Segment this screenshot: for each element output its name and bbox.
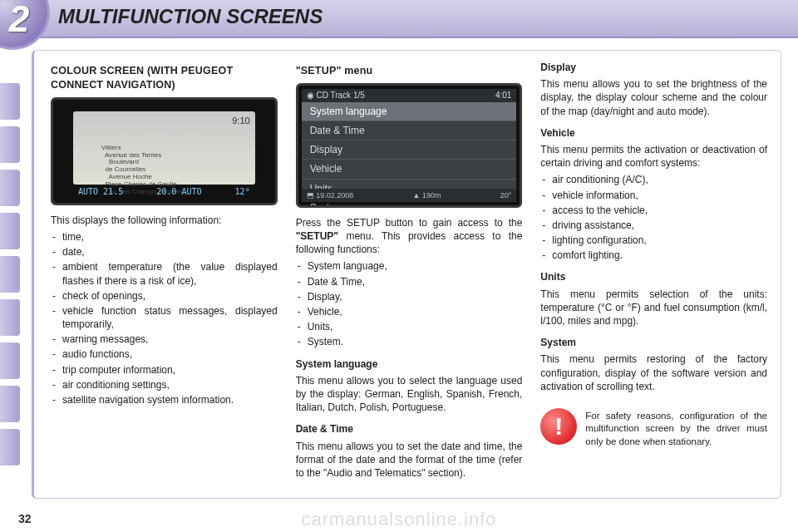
section-title-setup-menu: "SETUP" menu [296,64,523,78]
list-item: Vehicle, [296,305,523,318]
nav-clock: 9:10 [232,115,249,127]
list-item: Date & Time, [296,275,523,288]
setup-menu-item: Vehicle [302,160,517,179]
setup-topbar: ◉ CD Track 1/5 4:01 [302,89,517,102]
list-item: lighting configuration, [540,234,767,247]
col2-intro: Press the SETUP button to gain access to… [296,216,523,257]
list-item: access to the vehicle, [540,204,767,217]
setup-top-right: 4:01 [495,90,511,101]
text: Press the SETUP button to gain access to… [296,217,523,229]
column-1: COLOUR SCREEN (WITH PEUGEOT CONNECT NAVI… [51,61,278,488]
setup-top-left: ◉ CD Track 1/5 [307,90,365,101]
vehicle-body: This menu permits the activation or deac… [540,143,767,170]
side-tab [0,386,20,422]
warning-box: For safety reasons, configuration of the… [540,408,767,449]
subheading-system-language: System language [296,357,523,371]
warning-text: For safety reasons, configuration of the… [585,408,767,449]
subheading-units: Units [540,270,767,283]
setup-screenshot: ◉ CD Track 1/5 4:01 System language Date… [296,83,523,208]
subheading-date-time: Date & Time [296,422,523,436]
list-item: System language, [296,259,523,273]
list-item: vehicle information, [540,189,767,202]
list-item: trip computer information, [51,363,278,377]
subheading-system: System [540,336,767,349]
list-item: air conditioning (A/C), [540,173,767,186]
setup-bot-left: ⬒ 19.02.2008 [307,190,354,200]
list-item: air conditioning settings, [51,378,278,392]
setup-menu-item: System language [302,102,517,121]
column-2: "SETUP" menu ◉ CD Track 1/5 4:01 System … [296,61,523,488]
list-item: check of openings, [51,289,278,303]
nav-status-bar: AUTO 21.5 20.0 AUTO 12° [73,186,255,200]
list-item: driving assistance, [540,219,767,232]
nav-screen: 9:10 Villiers Avenue des Ternes Boulevar… [73,111,255,185]
subheading-display: Display [540,61,767,74]
setup-menu-item: Display [302,140,517,160]
nav-status-left: AUTO 21.5 [78,186,123,200]
list-item: Display, [296,290,523,303]
column-3: Display This menu allows you to set the … [540,61,767,488]
list-item: date, [51,245,278,259]
warning-icon [540,408,577,445]
col1-list: time, date, ambient temperature (the val… [51,230,278,406]
setup-menu-item: Date & Time [302,121,517,140]
setup-bot-mid: ▲ 190m [413,190,441,200]
chapter-number: 2 [9,0,29,40]
side-tab [0,126,20,163]
col1-intro: This displays the following information: [51,214,278,227]
setup-botbar: ⬒ 19.02.2008 ▲ 190m 20° [302,189,517,202]
setup-screen: ◉ CD Track 1/5 4:01 System language Date… [302,89,517,202]
side-tab [0,170,20,206]
list-item: comfort lighting. [540,249,767,262]
nav-screenshot: 9:10 Villiers Avenue des Ternes Boulevar… [51,97,278,205]
chapter-title: MULTIFUNCTION SCREENS [58,5,323,28]
chapter-number-badge: 2 [0,0,50,50]
side-tab [0,256,20,293]
date-time-body: This menu allows you to set the date and… [296,440,523,480]
col2-list: System language, Date & Time, Display, V… [296,259,523,348]
list-item: System. [296,335,523,348]
subheading-vehicle: Vehicle [540,126,767,140]
side-tab [0,342,20,379]
setup-bold: "SETUP" [296,230,338,242]
units-body: This menu permits selection of the units… [540,288,767,328]
side-tab [0,213,20,249]
display-body: This menu allows you to set the brightne… [540,77,767,118]
side-tab [0,299,20,336]
section-title-colour-screen: COLOUR SCREEN (WITH PEUGEOT CONNECT NAVI… [51,64,278,92]
setup-bot-right: 20° [500,190,512,200]
side-tab [0,429,20,466]
list-item: vehicle function status messages, displa… [51,304,278,331]
list-item: Units, [296,320,523,333]
nav-status-right: 12° [235,186,250,200]
list-item: ambient temperature (the value displayed… [51,260,278,287]
side-tabs [0,83,20,466]
list-item: satellite navigation system information. [51,393,278,406]
nav-status-mid: 20.0 AUTO [156,186,201,200]
system-language-body: This menu allows you to select the langu… [296,374,523,415]
list-item: time, [51,230,278,244]
manual-page: 2 MULTIFUNCTION SCREENS COLOUR SCREEN (W… [0,0,798,532]
list-item: warning messages, [51,332,278,346]
side-tab [0,83,20,120]
list-item: audio functions, [51,347,278,361]
content-frame: COLOUR SCREEN (WITH PEUGEOT CONNECT NAVI… [32,50,781,499]
watermark: carmanualsonline.info [0,509,798,530]
system-body: This menu permits restoring of the facto… [540,352,767,393]
vehicle-list: air conditioning (A/C), vehicle informat… [540,173,767,262]
